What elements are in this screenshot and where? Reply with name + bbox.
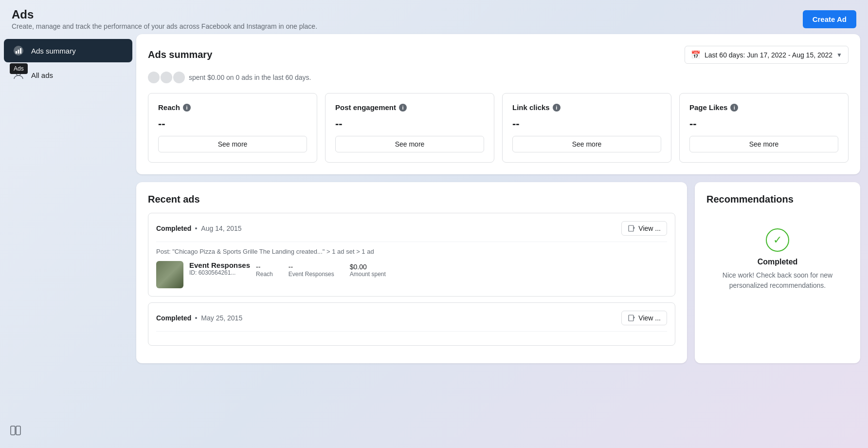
ad-1-metrics-row: -- Reach -- Event Responses $0.00 Amount… [256, 263, 386, 278]
post-engagement-see-more-button[interactable]: See more [335, 136, 484, 152]
post-engagement-info-icon[interactable]: i [399, 104, 407, 112]
sidebar-item-ads-summary[interactable]: Ads summary [4, 39, 132, 62]
recent-ads-card: Recent ads Completed Aug 14, 2015 [136, 182, 687, 363]
avatar-3 [173, 72, 185, 83]
ad-2-date: May 25, 2015 [201, 314, 242, 322]
ads-summary-title: Ads summary [148, 49, 212, 60]
ad-1-amount-metric: $0.00 Amount spent [350, 263, 386, 278]
ad-2-status-row: Completed May 25, 2015 [156, 314, 242, 322]
ad-1-reach-metric: -- Reach [256, 263, 273, 278]
ad-1-amount-label: Amount spent [350, 271, 386, 278]
main-layout: Ads Ads summary All ads [0, 34, 868, 448]
svg-rect-6 [16, 426, 20, 435]
metric-header-reach: Reach i [158, 103, 307, 112]
ad-1-view-label: View ... [638, 224, 661, 232]
main-content: Ads summary 📅 Last 60 days: Jun 17, 2022… [136, 34, 868, 448]
link-clicks-value: -- [512, 117, 661, 130]
svg-rect-5 [11, 426, 15, 435]
ad-1-date: Aug 14, 2015 [201, 224, 241, 232]
page-title: Ads [12, 8, 317, 21]
summary-subtitle: spent $0.00 on 0 ads in the last 60 days… [148, 72, 849, 83]
calendar-icon: 📅 [691, 50, 701, 59]
ad-1-reach-label: Reach [256, 271, 273, 278]
ad-1-responses-metric: -- Event Responses [289, 263, 334, 278]
recommendations-message: Nice work! Check back soon for new perso… [714, 270, 841, 291]
link-clicks-info-icon[interactable]: i [553, 104, 561, 112]
svg-rect-8 [629, 315, 633, 321]
ad-2-dot [195, 317, 197, 319]
sidebar-bottom [8, 423, 23, 438]
ad-1-reach-value: -- [256, 263, 273, 271]
ad-item-1-header: Completed Aug 14, 2015 View ... [156, 221, 667, 242]
ad-1-info: Event Responses ID: 6030564261... [189, 261, 250, 276]
ad-1-responses-label: Event Responses [289, 271, 334, 278]
ad-1-name: Event Responses [189, 261, 250, 269]
ads-summary-header: Ads summary 📅 Last 60 days: Jun 17, 2022… [148, 46, 849, 64]
ads-summary-icon [12, 44, 25, 57]
metric-header-link-clicks: Link clicks i [512, 103, 661, 112]
svg-rect-1 [16, 51, 17, 54]
page-likes-label: Page Likes [689, 103, 727, 112]
svg-rect-7 [629, 225, 633, 231]
ad-item-1: Completed Aug 14, 2015 View ... [148, 213, 675, 297]
recommendations-title: Recommendations [706, 194, 849, 205]
post-engagement-label: Post engagement [335, 103, 396, 112]
ad-2-view-label: View ... [638, 314, 661, 322]
ad-1-thumbnail-image [156, 261, 183, 288]
avatar-2 [161, 72, 172, 83]
ad-1-dot [195, 227, 197, 229]
ad-1-description: Post: "Chicago Pizza & Sports Grille The… [156, 248, 667, 255]
all-ads-label: All ads [31, 71, 53, 79]
metric-header-page-likes: Page Likes i [689, 103, 838, 112]
recommendations-card: Recommendations ✓ Completed Nice work! C… [695, 182, 860, 363]
ad-2-view-button[interactable]: View ... [621, 311, 667, 325]
create-ad-button[interactable]: Create Ad [803, 10, 856, 28]
link-clicks-see-more-button[interactable]: See more [512, 136, 661, 152]
date-range-picker[interactable]: 📅 Last 60 days: Jun 17, 2022 - Aug 15, 2… [685, 46, 849, 64]
page-likes-see-more-button[interactable]: See more [689, 136, 838, 152]
view-icon [628, 224, 635, 232]
avatar-group [148, 72, 185, 83]
page-subtitle: Create, manage and track the performance… [12, 22, 317, 30]
ad-1-details: Event Responses ID: 6030564261... -- Rea… [156, 261, 667, 288]
svg-rect-3 [20, 48, 21, 54]
bottom-section: Recent ads Completed Aug 14, 2015 [136, 182, 860, 363]
reach-info-icon[interactable]: i [183, 104, 191, 112]
svg-rect-2 [18, 50, 19, 54]
reach-see-more-button[interactable]: See more [158, 136, 307, 152]
sidebar: Ads Ads summary All ads [0, 34, 136, 448]
ad-1-amount-value: $0.00 [350, 263, 386, 271]
metric-card-reach: Reach i -- See more [148, 93, 317, 163]
metric-card-page-likes: Page Likes i -- See more [679, 93, 849, 163]
ads-summary-label: Ads summary [31, 47, 76, 55]
reach-value: -- [158, 117, 307, 130]
summary-subtitle-text: spent $0.00 on 0 ads in the last 60 days… [189, 74, 311, 81]
ad-item-2: Completed May 25, 2015 View ... [148, 302, 675, 346]
ads-summary-card: Ads summary 📅 Last 60 days: Jun 17, 2022… [136, 34, 860, 174]
ad-1-status-badge: Completed [156, 224, 191, 232]
page-likes-info-icon[interactable]: i [730, 104, 738, 112]
header-left: Ads Create, manage and track the perform… [12, 8, 317, 30]
sidebar-toggle-icon[interactable] [8, 423, 23, 438]
ad-1-id: ID: 6030564261... [189, 269, 250, 276]
check-circle: ✓ [766, 228, 789, 252]
recent-ads-title: Recent ads [148, 194, 675, 205]
date-range-label: Last 60 days: Jun 17, 2022 - Aug 15, 202… [705, 51, 832, 59]
link-clicks-label: Link clicks [512, 103, 550, 112]
checkmark-icon: ✓ [773, 234, 782, 246]
sidebar-tooltip: Ads [10, 63, 28, 74]
top-header: Ads Create, manage and track the perform… [0, 0, 868, 34]
recommendations-content: ✓ Completed Nice work! Check back soon f… [706, 213, 849, 306]
ad-1-status-row: Completed Aug 14, 2015 [156, 224, 242, 232]
post-engagement-value: -- [335, 117, 484, 130]
ad-1-view-button[interactable]: View ... [621, 221, 667, 236]
metric-header-post-engagement: Post engagement i [335, 103, 484, 112]
reach-label: Reach [158, 103, 180, 112]
recommendations-status: Completed [758, 258, 798, 266]
ad-item-2-header: Completed May 25, 2015 View ... [156, 311, 667, 332]
page-likes-value: -- [689, 117, 838, 130]
ad-2-status-badge: Completed [156, 314, 191, 322]
ad-1-responses-value: -- [289, 263, 334, 271]
metric-card-link-clicks: Link clicks i -- See more [502, 93, 671, 163]
metrics-grid: Reach i -- See more Post engagement i --… [148, 93, 849, 163]
